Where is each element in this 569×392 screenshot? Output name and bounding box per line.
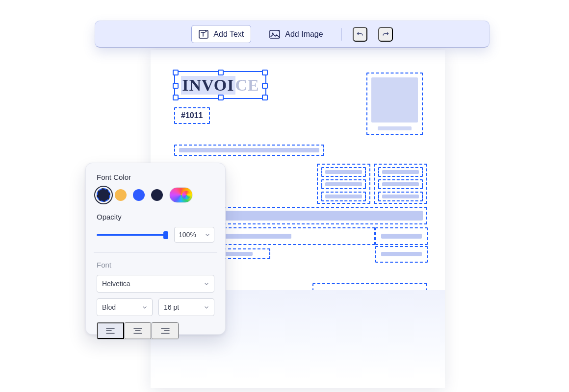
resize-handle-s[interactable]: [218, 95, 224, 100]
svg-rect-1: [270, 30, 280, 38]
table-row[interactable]: [321, 179, 366, 189]
invoice-title-selected-text: INVOI: [181, 76, 235, 95]
table-row[interactable]: [378, 192, 423, 201]
redo-button[interactable]: [378, 27, 393, 42]
amount-placeholder-2[interactable]: [375, 246, 428, 263]
image-placeholder-body: [371, 77, 418, 122]
resize-handle-se[interactable]: [262, 95, 268, 100]
color-swatch-navy-selected[interactable]: [97, 188, 110, 202]
chevron-down-icon: [142, 305, 147, 310]
opacity-row: 100%: [97, 227, 214, 243]
table-row[interactable]: [321, 167, 366, 177]
color-wheel-icon: [182, 191, 191, 199]
table-row[interactable]: [378, 179, 423, 189]
toolbar-separator: [341, 28, 342, 41]
color-picker-button[interactable]: [169, 187, 193, 203]
add-text-button[interactable]: Add Text: [191, 25, 251, 43]
align-left-button[interactable]: [97, 322, 124, 339]
slider-track: [97, 234, 167, 236]
color-swatch-yellow[interactable]: [115, 189, 127, 201]
stage: Add Text Add Image INVOICE #10: [0, 0, 569, 392]
slider-thumb[interactable]: [163, 231, 168, 239]
font-family-select[interactable]: Helvetica: [97, 275, 214, 293]
undo-button[interactable]: [353, 27, 367, 42]
font-size-select[interactable]: 16 pt: [158, 298, 214, 316]
invoice-number-block[interactable]: #1011: [174, 107, 210, 124]
table-row[interactable]: [321, 192, 366, 201]
resize-handle-nw[interactable]: [173, 70, 179, 75]
resize-handle-w[interactable]: [173, 83, 179, 89]
table-placeholder-a[interactable]: [317, 164, 370, 204]
resize-handle-e[interactable]: [262, 83, 268, 89]
text-format-panel: Font Color Opacity 100% Font Helvetica: [85, 163, 226, 335]
font-section-label: Font: [97, 261, 214, 269]
image-placeholder-caption: [378, 126, 411, 130]
table-placeholder-b[interactable]: [374, 164, 427, 204]
text-icon: [199, 30, 208, 39]
add-text-label: Add Text: [213, 30, 244, 39]
font-weight-select[interactable]: Blod: [97, 298, 153, 316]
opacity-slider[interactable]: [97, 231, 167, 239]
align-center-button[interactable]: [125, 322, 152, 339]
opacity-value-select[interactable]: 100%: [174, 227, 214, 243]
add-image-button[interactable]: Add Image: [262, 25, 330, 43]
font-color-swatches: [97, 187, 214, 203]
chevron-down-icon: [204, 281, 209, 286]
text-align-group: [97, 322, 179, 340]
svg-point-2: [272, 32, 274, 34]
add-image-label: Add Image: [285, 30, 323, 39]
text-placeholder-wide-1[interactable]: [174, 145, 324, 156]
resize-handle-n[interactable]: [218, 70, 224, 75]
panel-divider: [94, 252, 217, 253]
invoice-title-unselected-text: CE: [235, 76, 259, 95]
font-size-value: 16 pt: [164, 303, 179, 311]
signature: Json: [385, 332, 416, 352]
opacity-label: Opacity: [97, 213, 214, 221]
table-row[interactable]: [378, 167, 423, 177]
font-family-value: Helvetica: [102, 280, 130, 288]
color-swatch-blue[interactable]: [133, 189, 145, 201]
image-placeholder[interactable]: [366, 73, 423, 135]
amount-placeholder-1[interactable]: [375, 227, 428, 245]
invoice-title-text-block[interactable]: INVOICE: [174, 71, 266, 99]
editor-toolbar: Add Text Add Image: [95, 21, 490, 48]
resize-handle-sw[interactable]: [173, 95, 179, 100]
align-right-button[interactable]: [152, 322, 179, 339]
color-swatch-navy[interactable]: [151, 189, 163, 201]
chevron-down-icon: [204, 305, 209, 310]
font-color-label: Font Color: [97, 173, 214, 181]
font-weight-value: Blod: [102, 303, 116, 311]
opacity-value-text: 100%: [179, 231, 196, 239]
image-icon: [269, 30, 280, 39]
chevron-down-icon: [205, 232, 210, 237]
resize-handle-ne[interactable]: [262, 70, 268, 75]
totals-placeholder[interactable]: [312, 283, 427, 312]
